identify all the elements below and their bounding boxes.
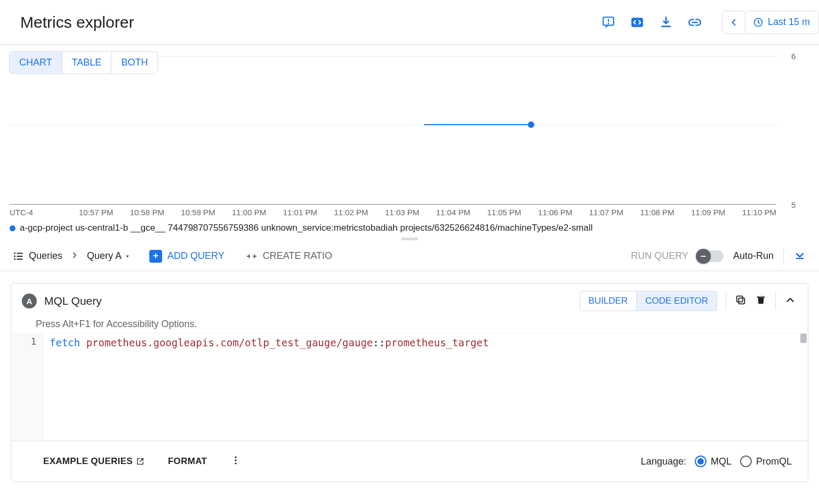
code-body[interactable]: fetch prometheus.googleapis.com/otlp_tes… bbox=[43, 333, 808, 440]
x-tick: 11:10 PM bbox=[742, 208, 776, 217]
collapse-panel-button[interactable] bbox=[793, 249, 806, 264]
x-tick: 11:00 PM bbox=[232, 208, 266, 217]
code-tail: prometheus_target bbox=[385, 337, 488, 348]
page-title: Metrics explorer bbox=[20, 13, 134, 31]
svg-point-11 bbox=[235, 462, 237, 464]
y-tick: 6 bbox=[791, 52, 796, 61]
query-toolbar: Queries Query A + ADD QUERY CREATE RATIO… bbox=[0, 241, 819, 271]
topbar: Metrics explorer Last 15 m bbox=[0, 0, 819, 45]
add-query-button[interactable]: + ADD QUERY bbox=[149, 250, 224, 263]
svg-point-4 bbox=[14, 253, 15, 254]
view-tabs: CHART TABLE BOTH bbox=[9, 51, 158, 74]
chart-legend[interactable]: a-gcp-project us-central1-b __gce__ 7447… bbox=[0, 221, 819, 233]
copy-icon[interactable] bbox=[735, 294, 746, 308]
more-icon[interactable] bbox=[230, 455, 241, 468]
minimap-scroll-indicator[interactable] bbox=[800, 334, 807, 343]
x-tick: 11:01 PM bbox=[283, 208, 317, 217]
accessibility-hint: Press Alt+F1 for Accessibility Options. bbox=[11, 319, 808, 333]
y-tick: 5 bbox=[791, 200, 796, 209]
download-icon[interactable] bbox=[659, 15, 673, 29]
x-tick: 11:06 PM bbox=[538, 208, 572, 217]
x-axis: UTC-4 10:57 PM 10:58 PM 10:59 PM 11:00 P… bbox=[10, 205, 776, 221]
x-tick: 11:08 PM bbox=[640, 208, 674, 217]
series-point bbox=[528, 121, 534, 128]
x-tick: 10:57 PM bbox=[79, 208, 113, 217]
link-icon[interactable] bbox=[688, 15, 702, 29]
code-editor-mode-button[interactable]: CODE EDITOR bbox=[636, 291, 717, 311]
x-tick: 11:05 PM bbox=[487, 208, 521, 217]
language-radio-mql[interactable]: MQL bbox=[695, 456, 732, 467]
code-keyword: fetch bbox=[50, 337, 80, 348]
code-icon[interactable] bbox=[630, 15, 644, 29]
auto-run-toggle[interactable] bbox=[698, 250, 724, 262]
query-badge: A bbox=[22, 294, 37, 308]
x-ticks: 10:57 PM 10:58 PM 10:59 PM 11:00 PM 11:0… bbox=[10, 208, 776, 217]
x-tick: 11:09 PM bbox=[691, 208, 725, 217]
svg-rect-8 bbox=[737, 296, 743, 302]
panel-resize-handle[interactable] bbox=[0, 233, 819, 241]
query-selector[interactable]: Query A bbox=[87, 250, 131, 262]
language-radio-promql[interactable]: PromQL bbox=[740, 456, 792, 467]
svg-point-6 bbox=[14, 258, 15, 260]
feedback-icon[interactable] bbox=[601, 15, 615, 29]
query-toolbar-right: RUN QUERY Auto-Run bbox=[631, 248, 806, 264]
language-label: Language: bbox=[641, 456, 686, 467]
radio-icon bbox=[695, 456, 706, 467]
editor-mode-segment: BUILDER CODE EDITOR bbox=[580, 291, 717, 311]
divider bbox=[775, 292, 776, 310]
time-range-selector[interactable]: Last 15 m bbox=[745, 11, 819, 34]
gridline bbox=[10, 125, 776, 125]
footer-left: EXAMPLE QUERIES FORMAT bbox=[43, 455, 241, 468]
queries-list-button[interactable]: Queries bbox=[13, 250, 62, 262]
svg-rect-2 bbox=[631, 18, 643, 27]
x-tick: 10:58 PM bbox=[130, 208, 164, 217]
tab-both[interactable]: BOTH bbox=[111, 52, 157, 74]
footer-right: Language: MQL PromQL bbox=[641, 456, 792, 467]
query-selector-label: Query A bbox=[87, 250, 122, 262]
top-actions: Last 15 m bbox=[601, 11, 819, 34]
editor-header: A MQL Query BUILDER CODE EDITOR bbox=[11, 283, 808, 319]
create-ratio-button[interactable]: CREATE RATIO bbox=[246, 250, 332, 262]
auto-run-label: Auto-Run bbox=[733, 250, 774, 262]
create-ratio-label: CREATE RATIO bbox=[263, 250, 332, 262]
queries-label: Queries bbox=[29, 250, 62, 262]
time-range-group: Last 15 m bbox=[722, 11, 819, 34]
code-resource: prometheus.googleapis.com/otlp_test_gaug… bbox=[86, 337, 373, 348]
plus-icon: + bbox=[149, 250, 162, 263]
line-number: 1 bbox=[11, 333, 43, 440]
delete-icon[interactable] bbox=[755, 294, 767, 308]
svg-point-5 bbox=[14, 255, 15, 257]
code-editor[interactable]: 1 fetch prometheus.googleapis.com/otlp_t… bbox=[11, 333, 808, 440]
radio-icon bbox=[740, 456, 752, 467]
example-queries-button[interactable]: EXAMPLE QUERIES bbox=[43, 456, 144, 467]
legend-color-dot bbox=[10, 225, 15, 231]
collapse-card-button[interactable] bbox=[784, 294, 796, 308]
x-tick: 11:04 PM bbox=[436, 208, 470, 217]
radio-label: MQL bbox=[711, 456, 732, 467]
tab-chart[interactable]: CHART bbox=[10, 52, 62, 74]
series-line bbox=[424, 124, 531, 125]
editor-header-actions: BUILDER CODE EDITOR bbox=[580, 291, 796, 311]
divider bbox=[783, 248, 784, 264]
svg-point-1 bbox=[608, 22, 609, 24]
code-line: fetch prometheus.googleapis.com/otlp_tes… bbox=[43, 334, 808, 348]
x-tick: 11:02 PM bbox=[334, 208, 368, 217]
divider bbox=[726, 292, 726, 310]
time-range-prev-button[interactable] bbox=[722, 11, 745, 34]
tab-table[interactable]: TABLE bbox=[62, 52, 111, 74]
radio-label: PromQL bbox=[756, 456, 792, 467]
query-toolbar-left: Queries Query A + ADD QUERY CREATE RATIO bbox=[13, 250, 332, 263]
example-queries-label: EXAMPLE QUERIES bbox=[43, 456, 133, 467]
editor-area: A MQL Query BUILDER CODE EDITOR bbox=[0, 271, 819, 482]
svg-point-9 bbox=[235, 457, 237, 458]
query-editor-card: A MQL Query BUILDER CODE EDITOR bbox=[11, 283, 808, 482]
format-button[interactable]: FORMAT bbox=[168, 456, 207, 467]
time-range-label: Last 15 m bbox=[768, 17, 810, 28]
run-query-button[interactable]: RUN QUERY bbox=[631, 250, 688, 262]
editor-footer: EXAMPLE QUERIES FORMAT Language: MQL Pro… bbox=[11, 441, 808, 482]
builder-mode-button[interactable]: BUILDER bbox=[580, 291, 637, 311]
chevron-right-icon bbox=[70, 250, 79, 262]
x-tick: 11:07 PM bbox=[589, 208, 623, 217]
x-tick: 10:59 PM bbox=[181, 208, 215, 217]
svg-rect-7 bbox=[738, 298, 744, 304]
